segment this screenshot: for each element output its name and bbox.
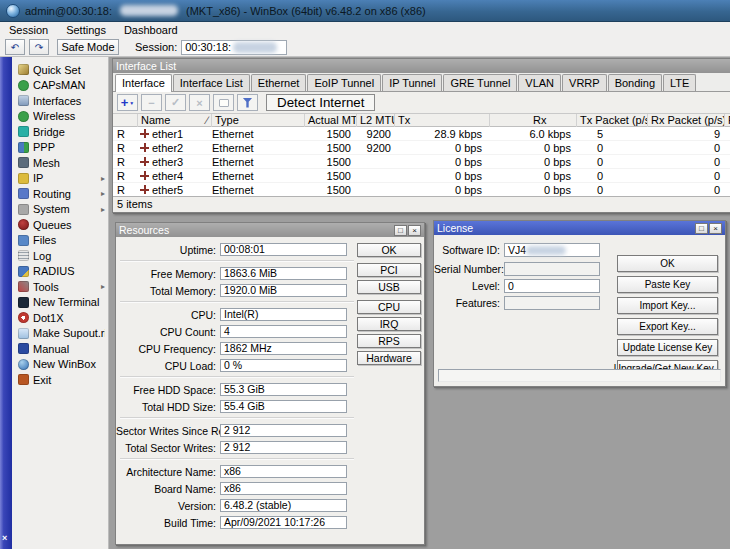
cpu-count-field[interactable]: 4: [220, 325, 347, 338]
tab-gre-tunnel[interactable]: GRE Tunnel: [443, 74, 517, 91]
table-row-ether4[interactable]: R ether4 Ethernet 1500 0 bps 0 bps 0 0: [113, 169, 730, 183]
menu-dashboard[interactable]: Dashboard: [115, 22, 187, 38]
hardware-button[interactable]: Hardware: [357, 351, 421, 365]
sidebar-item-capsman[interactable]: CAPsMAN: [12, 78, 108, 94]
comment-button[interactable]: [213, 94, 234, 111]
sidebar-item-files[interactable]: Files: [12, 233, 108, 249]
col-header-l2-mtu[interactable]: L2 MTU: [357, 114, 395, 127]
pci-button[interactable]: PCI: [357, 263, 421, 277]
table-row-ether1[interactable]: R ether1 Ethernet 1500 9200 28.9 kbps 6.…: [113, 127, 730, 141]
sidebar-item-interfaces[interactable]: Interfaces: [12, 93, 108, 109]
usb-button[interactable]: USB: [357, 280, 421, 294]
cpu-button[interactable]: CPU: [357, 300, 421, 314]
tab-bonding[interactable]: Bonding: [608, 74, 662, 91]
license-titlebar[interactable]: License □ ×: [434, 221, 725, 235]
col-header-overflow[interactable]: F: [725, 114, 730, 127]
tab-interface-list[interactable]: Interface List: [173, 74, 250, 91]
table-row-ether5[interactable]: R ether5 Ethernet 1500 0 bps 0 bps 0 0: [113, 183, 730, 196]
table-row-ether2[interactable]: R ether2 Ethernet 1500 9200 0 bps 0 bps …: [113, 141, 730, 155]
resources-titlebar[interactable]: Resources □ ×: [116, 223, 424, 237]
cpu-load-field[interactable]: 0 %: [220, 359, 347, 372]
remove-button[interactable]: −: [141, 94, 162, 111]
close-icon[interactable]: ×: [709, 223, 722, 234]
architecture-field[interactable]: x86: [220, 465, 347, 478]
version-field[interactable]: 6.48.2 (stable): [220, 499, 347, 512]
total-memory-field[interactable]: 1920.0 MiB: [220, 284, 347, 297]
sidebar-item-mesh[interactable]: Mesh: [12, 155, 108, 171]
disable-button[interactable]: ×: [189, 94, 210, 111]
col-header-rx-packet[interactable]: Rx Packet (p/s): [648, 114, 725, 127]
filter-button[interactable]: [237, 94, 258, 111]
maximize-icon[interactable]: □: [394, 225, 407, 236]
total-hdd-field[interactable]: 55.4 GiB: [220, 400, 347, 413]
enable-button[interactable]: ✓: [165, 94, 186, 111]
col-header-type[interactable]: Type: [212, 114, 305, 127]
sidebar-item-ppp[interactable]: PPP: [12, 140, 108, 156]
menu-session[interactable]: Session: [0, 22, 57, 38]
tab-vrrp[interactable]: VRRP: [562, 74, 607, 91]
sidebar-item-radius[interactable]: RADIUS: [12, 264, 108, 280]
interface-list-titlebar[interactable]: Interface List: [113, 59, 730, 73]
maximize-icon[interactable]: □: [695, 223, 708, 234]
free-hdd-field[interactable]: 55.3 GiB: [220, 383, 347, 396]
paste-key-button[interactable]: Paste Key: [617, 276, 718, 293]
ok-button[interactable]: OK: [617, 255, 718, 272]
session-input[interactable]: 00:30:18:: [181, 40, 287, 55]
cpu-frequency-field[interactable]: 1862 MHz: [220, 342, 347, 355]
tab-ip-tunnel[interactable]: IP Tunnel: [382, 74, 442, 91]
col-header-tx-packet[interactable]: Tx Packet (p/s): [577, 114, 648, 127]
export-key-button[interactable]: Export Key...: [617, 318, 718, 335]
col-header-flag[interactable]: [113, 114, 138, 127]
update-license-key-button[interactable]: Update License Key: [617, 339, 718, 356]
col-header-rx[interactable]: Rx: [490, 114, 577, 127]
ok-button[interactable]: OK: [357, 243, 421, 257]
tab-lte[interactable]: LTE: [663, 74, 696, 91]
features-field[interactable]: [504, 296, 600, 310]
tab-vlan[interactable]: VLAN: [518, 74, 561, 91]
rps-button[interactable]: RPS: [357, 334, 421, 348]
col-header-name[interactable]: Name∕: [138, 114, 212, 127]
redo-button[interactable]: ↷: [29, 39, 49, 55]
sidebar-item-new-winbox[interactable]: New WinBox: [12, 357, 108, 373]
detect-internet-button[interactable]: Detect Internet: [266, 94, 375, 111]
sidebar-item-quick-set[interactable]: Quick Set: [12, 62, 108, 78]
sidebar-item-system[interactable]: System▸: [12, 202, 108, 218]
sidebar-item-wireless[interactable]: Wireless: [12, 109, 108, 125]
build-time-field[interactable]: Apr/09/2021 10:17:26: [220, 516, 347, 529]
sidebar-item-tools[interactable]: Tools▸: [12, 279, 108, 295]
tab-interface[interactable]: Interface: [115, 74, 172, 92]
uptime-field[interactable]: 00:08:01: [220, 243, 347, 256]
board-name-field[interactable]: x86: [220, 482, 347, 495]
import-key-button[interactable]: Import Key...: [617, 297, 718, 314]
free-memory-field[interactable]: 1863.6 MiB: [220, 267, 347, 280]
strip-close-icon[interactable]: ×: [2, 534, 7, 543]
sidebar-item-new-terminal[interactable]: New Terminal: [12, 295, 108, 311]
level-field[interactable]: 0: [504, 279, 600, 293]
sidebar-item-routing[interactable]: Routing▸: [12, 186, 108, 202]
software-id-field[interactable]: VJ4: [504, 243, 600, 257]
tab-eoip-tunnel[interactable]: EoIP Tunnel: [307, 74, 381, 91]
irq-button[interactable]: IRQ: [357, 317, 421, 331]
serial-number-field[interactable]: [504, 262, 600, 276]
sidebar-item-manual[interactable]: Manual: [12, 341, 108, 357]
col-header-tx[interactable]: Tx: [395, 114, 490, 127]
app-titlebar[interactable]: admin@00:30:18:(MKT_x86) - WinBox (64bit…: [0, 0, 730, 22]
sidebar-item-ip[interactable]: IP▸: [12, 171, 108, 187]
table-row-ether3[interactable]: R ether3 Ethernet 1500 0 bps 0 bps 0 0: [113, 155, 730, 169]
safe-mode-button[interactable]: Safe Mode: [57, 39, 119, 55]
sidebar-item-bridge[interactable]: Bridge: [12, 124, 108, 140]
sidebar-item-queues[interactable]: Queues: [12, 217, 108, 233]
sidebar-item-exit[interactable]: Exit: [12, 372, 108, 388]
tab-ethernet[interactable]: Ethernet: [251, 74, 307, 91]
sidebar-item-log[interactable]: Log: [12, 248, 108, 264]
col-header-actual-mtu[interactable]: Actual MTU: [305, 114, 357, 127]
sidebar-item-dot1x[interactable]: Dot1X: [12, 310, 108, 326]
cpu-field[interactable]: Intel(R): [220, 308, 347, 321]
sidebar-item-make-supout[interactable]: Make Supout.rif: [12, 326, 108, 342]
undo-button[interactable]: ↶: [5, 39, 25, 55]
sector-writes-field[interactable]: 2 912: [220, 424, 347, 437]
close-icon[interactable]: ×: [408, 225, 421, 236]
menu-settings[interactable]: Settings: [57, 22, 115, 38]
add-button[interactable]: +▼: [117, 94, 138, 111]
total-sector-writes-field[interactable]: 2 912: [220, 441, 347, 454]
